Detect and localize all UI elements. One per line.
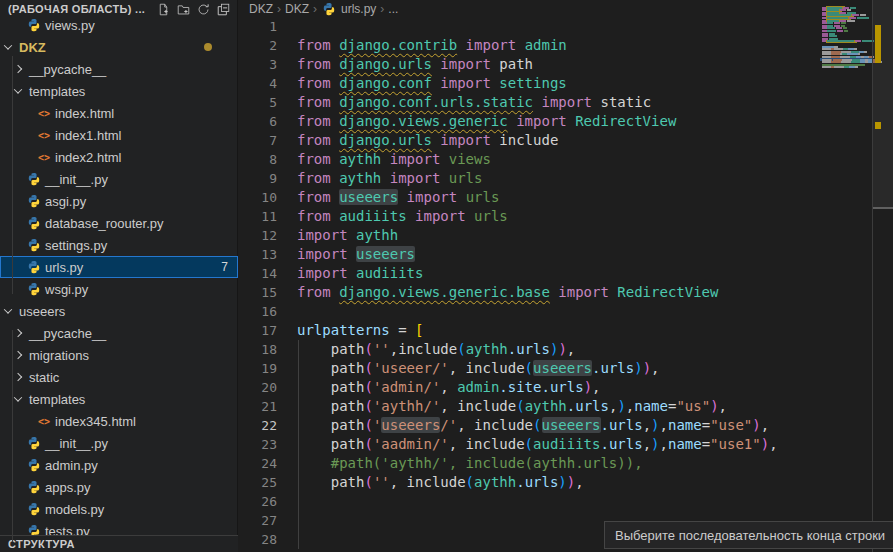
tree-folder-static[interactable]: static	[0, 366, 238, 388]
code-line-20[interactable]: 20 path('admin/', admin.site.urls),	[239, 378, 893, 397]
tree-file-tests-py[interactable]: tests.py	[0, 520, 238, 536]
tree-file-apps-py[interactable]: apps.py	[0, 476, 238, 498]
tree-folder-dkz[interactable]: DKZ	[0, 36, 238, 58]
minimap[interactable]	[820, 0, 872, 552]
line-number[interactable]: 11	[239, 207, 277, 226]
minimap-code-bar	[836, 66, 843, 68]
line-number[interactable]: 15	[239, 283, 277, 302]
code-line-14[interactable]: 14import audiiits	[239, 264, 893, 283]
line-number[interactable]: 28	[239, 530, 277, 549]
code-line-13[interactable]: 13import useeers	[239, 245, 893, 264]
code-line-12[interactable]: 12import aythh	[239, 226, 893, 245]
line-number[interactable]: 8	[239, 150, 277, 169]
tree-file-views-py[interactable]: views.py	[0, 14, 238, 36]
code-line-9[interactable]: 9from aythh import urls	[239, 169, 893, 188]
minimap-code-bar	[857, 66, 858, 68]
tree-folder--pycache-[interactable]: __pycache__	[0, 58, 238, 80]
outline-section-header[interactable]: СТРУКТУРА	[0, 535, 238, 552]
code-line-8[interactable]: 8from aythh import views	[239, 150, 893, 169]
tree-file-index345-html[interactable]: <>index345.html	[0, 410, 238, 432]
code-line-2[interactable]: 2from django.contrib import admin	[239, 36, 893, 55]
tree-file--init-py[interactable]: __init__.py	[0, 168, 238, 190]
tree-item-label: index.html	[55, 106, 114, 121]
code-line-23[interactable]: 23 path('aadmin/', include(audiiits.urls…	[239, 435, 893, 454]
code-line-7[interactable]: 7from django.urls import include	[239, 131, 893, 150]
code-line-22[interactable]: 22 path('useeers/', include(useeers.urls…	[239, 416, 893, 435]
line-number[interactable]: 13	[239, 245, 277, 264]
tree-folder-useeers[interactable]: useeers	[0, 300, 238, 322]
tree-folder--pycache-[interactable]: __pycache__	[0, 322, 238, 344]
line-number[interactable]: 27	[239, 511, 277, 530]
tree-file-settings-py[interactable]: settings.py	[0, 234, 238, 256]
line-number[interactable]: 7	[239, 131, 277, 150]
line-number[interactable]: 10	[239, 188, 277, 207]
code-line-6[interactable]: 6from django.views.generic import Redire…	[239, 112, 893, 131]
editor-pane[interactable]: DKZ › DKZ › urls.py › ... 12from django.…	[239, 0, 893, 552]
line-number[interactable]: 3	[239, 55, 277, 74]
code-line-15[interactable]: 15from django.views.generic.base import …	[239, 283, 893, 302]
tree-file-index2-html[interactable]: <>index2.html	[0, 146, 238, 168]
breadcrumb-item-project[interactable]: DKZ	[249, 2, 273, 16]
line-number[interactable]: 20	[239, 378, 277, 397]
line-number[interactable]: 16	[239, 302, 277, 321]
code-line-3[interactable]: 3from django.urls import path	[239, 55, 893, 74]
code-line-5[interactable]: 5from django.conf.urls.static import sta…	[239, 93, 893, 112]
code-line-24[interactable]: 24 #path('aythh/', include(aythh.urls)),	[239, 454, 893, 473]
code-area[interactable]: 12from django.contrib import admin3from …	[239, 17, 893, 549]
line-number[interactable]: 23	[239, 435, 277, 454]
overview-ruler-scrollbar[interactable]	[872, 0, 893, 552]
tree-file-models-py[interactable]: models.py	[0, 498, 238, 520]
line-number[interactable]: 19	[239, 359, 277, 378]
line-number[interactable]: 21	[239, 397, 277, 416]
line-number[interactable]: 14	[239, 264, 277, 283]
tree-file-database-roouter-py[interactable]: database_roouter.py	[0, 212, 238, 234]
tree-file-urls-py[interactable]: urls.py7	[0, 256, 238, 278]
minimap-code-bar	[822, 66, 830, 68]
tree-file-index1-html[interactable]: <>index1.html	[0, 124, 238, 146]
python-file-icon	[26, 172, 42, 186]
line-number[interactable]: 25	[239, 473, 277, 492]
code-line-17[interactable]: 17urlpatterns = [	[239, 321, 893, 340]
line-number[interactable]: 22	[239, 416, 277, 435]
tree-folder-templates[interactable]: templates	[0, 388, 238, 410]
tree-item-label: settings.py	[45, 238, 107, 253]
tree-file-index-html[interactable]: <>index.html	[0, 102, 238, 124]
breadcrumb-item-folder[interactable]: DKZ	[285, 2, 309, 16]
chevron-down-icon[interactable]	[0, 44, 16, 50]
tree-folder-templates[interactable]: templates	[0, 80, 238, 102]
code-line-4[interactable]: 4from django.conf import settings	[239, 74, 893, 93]
tooltip-text: Выберите последовательность конца строки	[615, 528, 885, 543]
line-number[interactable]: 18	[239, 340, 277, 359]
code-line-19[interactable]: 19 path('useeer/', include(useeers.urls)…	[239, 359, 893, 378]
tree-folder-migrations[interactable]: migrations	[0, 344, 238, 366]
line-number[interactable]: 2	[239, 36, 277, 55]
breadcrumb-item-file[interactable]: urls.py	[341, 2, 376, 16]
line-number[interactable]: 12	[239, 226, 277, 245]
code-text: path('useeers/', include(useeers.urls,),…	[297, 416, 769, 435]
line-number[interactable]: 9	[239, 169, 277, 188]
chevron-down-icon[interactable]	[0, 308, 16, 314]
code-line-11[interactable]: 11from audiiits import urls	[239, 207, 893, 226]
breadcrumb-item-symbol[interactable]: ...	[388, 2, 398, 16]
code-line-1[interactable]: 1	[239, 17, 893, 36]
line-number[interactable]: 24	[239, 454, 277, 473]
breadcrumb[interactable]: DKZ › DKZ › urls.py › ...	[239, 0, 893, 17]
tree-file-asgi-py[interactable]: asgi.py	[0, 190, 238, 212]
line-number[interactable]: 4	[239, 74, 277, 93]
code-line-16[interactable]: 16	[239, 302, 893, 321]
code-line-21[interactable]: 21 path('aythh/', include(aythh.urls,),n…	[239, 397, 893, 416]
tree-file--init-py[interactable]: __init__.py	[0, 432, 238, 454]
line-number[interactable]: 17	[239, 321, 277, 340]
code-line-25[interactable]: 25 path('', include(aythh.urls)),	[239, 473, 893, 492]
line-number[interactable]: 1	[239, 17, 277, 36]
code-line-18[interactable]: 18 path('',include(aythh.urls)),	[239, 340, 893, 359]
tree-file-wsgi-py[interactable]: wsgi.py	[0, 278, 238, 300]
line-number[interactable]: 26	[239, 492, 277, 511]
line-number[interactable]: 5	[239, 93, 277, 112]
code-line-26[interactable]: 26	[239, 492, 893, 511]
code-text: import aythh	[297, 226, 398, 245]
tree-file-admin-py[interactable]: admin.py	[0, 454, 238, 476]
code-line-10[interactable]: 10from useeers import urls	[239, 188, 893, 207]
code-text: path('useeer/', include(useeers.urls)),	[297, 359, 660, 378]
line-number[interactable]: 6	[239, 112, 277, 131]
